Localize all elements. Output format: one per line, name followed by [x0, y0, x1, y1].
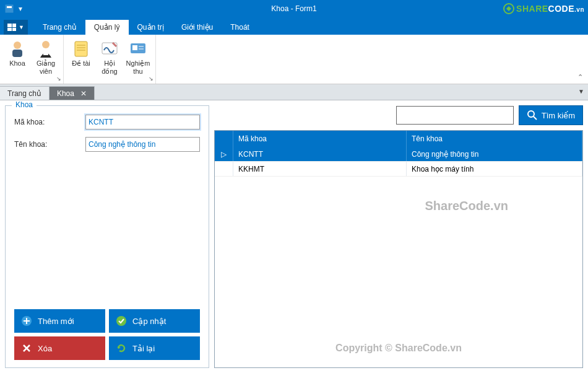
ribbon-item-giang-vien[interactable]: Giảng viên: [32, 37, 59, 76]
svg-rect-7: [75, 42, 87, 56]
cell-ten: Khoa học máy tính: [407, 162, 582, 176]
ribbon-collapse-icon[interactable]: ⌃: [577, 73, 583, 81]
svg-line-23: [534, 116, 537, 120]
grid-header: Mã khoa Tên khoa: [215, 131, 582, 147]
close-icon[interactable]: ✕: [80, 89, 87, 98]
ribbon-item-khoa[interactable]: Khoa: [4, 37, 31, 76]
ten-khoa-label: Tên khoa:: [14, 140, 85, 149]
refresh-icon: [115, 342, 128, 354]
row-indicator-header: [215, 131, 233, 147]
svg-point-22: [528, 111, 534, 117]
magnifier-icon: [527, 110, 538, 121]
cell-ma: KCNTT: [233, 147, 407, 161]
ribbon-group-2: Đề tài Hội đồng Nghiệm thu ↘: [64, 35, 156, 84]
table-row[interactable]: KKHMT Khoa học máy tính: [215, 162, 582, 177]
qat-dropdown-icon[interactable]: ▾: [17, 6, 24, 12]
form-panel: Khoa Mã khoa: Tên khoa: Thêm mới Cập nhậ…: [5, 105, 209, 368]
svg-rect-4: [12, 50, 22, 57]
x-icon: [20, 342, 33, 354]
row-indicator-icon: ▷: [215, 147, 233, 161]
ma-khoa-label: Mã khoa:: [14, 118, 85, 126]
content-area: Khoa Mã khoa: Tên khoa: Thêm mới Cập nhậ…: [0, 100, 588, 373]
ten-khoa-input[interactable]: [85, 137, 200, 152]
chevron-down-icon: ▼: [19, 24, 24, 30]
ribbon-item-de-tai[interactable]: Đề tài: [67, 37, 95, 76]
cell-ten: Công nghệ thông tin: [407, 147, 582, 161]
recycle-icon: [503, 3, 514, 14]
fieldset-legend: Khoa: [12, 100, 37, 109]
ribbon-item-nghiem-thu[interactable]: Nghiệm thu: [124, 37, 152, 76]
search-button[interactable]: Tìm kiếm: [519, 105, 583, 125]
check-icon: [115, 315, 128, 327]
window-title: Khoa - Form1: [271, 4, 316, 13]
watermark-copyright: Copyright © ShareCode.vn: [335, 343, 462, 354]
quick-access-toolbar: ▾: [17, 6, 24, 12]
document-tab-strip: Trang chủ Khoa ✕ ▼: [0, 84, 588, 100]
watermark: ShareCode.vn: [425, 199, 508, 213]
svg-rect-6: [43, 50, 48, 55]
ma-khoa-input[interactable]: [85, 115, 200, 129]
search-input[interactable]: [396, 106, 514, 125]
add-button[interactable]: Thêm mới: [14, 309, 105, 333]
doc-tab-trang-chu[interactable]: Trang chủ: [0, 86, 50, 100]
dialog-launcher-icon[interactable]: ↘: [149, 76, 153, 82]
update-button[interactable]: Cập nhật: [109, 309, 200, 333]
signature-icon: [100, 38, 119, 58]
ribbon-tab-strip: ▼ Trang chủ Quản lý Quản trị Giới thiệu …: [0, 17, 588, 35]
svg-rect-0: [6, 5, 13, 12]
grid-panel: Tìm kiếm Mã khoa Tên khoa ▷ KCNTT Công n…: [214, 105, 583, 368]
table-row[interactable]: ▷ KCNTT Công nghệ thông tin: [215, 147, 582, 162]
svg-point-3: [14, 42, 21, 49]
khoa-fieldset: Khoa Mã khoa: Tên khoa: Thêm mới Cập nhậ…: [5, 105, 209, 368]
svg-rect-1: [7, 6, 12, 8]
tab-gioi-thieu[interactable]: Giới thiệu: [173, 20, 222, 35]
tab-trang-chu[interactable]: Trang chủ: [34, 20, 85, 35]
col-header-ten-khoa[interactable]: Tên khoa: [407, 131, 582, 147]
tab-quan-tri[interactable]: Quản trị: [129, 20, 173, 35]
ribbon-item-hoi-dong[interactable]: Hội đồng: [96, 37, 123, 76]
data-grid[interactable]: Mã khoa Tên khoa ▷ KCNTT Công nghệ thông…: [214, 130, 583, 368]
dialog-launcher-icon[interactable]: ↘: [56, 76, 61, 82]
brand-logo: SHARECODE.vn: [503, 3, 584, 14]
tab-quan-ly[interactable]: Quản lý: [85, 20, 129, 35]
cell-ma: KKHMT: [233, 162, 407, 176]
doc-tabs-dropdown-icon[interactable]: ▼: [578, 88, 584, 95]
svg-point-19: [116, 316, 126, 326]
notepad-icon: [71, 38, 91, 58]
plus-icon: [20, 315, 33, 327]
title-bar: ▾ Khoa - Form1 SHARECODE.vn: [0, 0, 588, 17]
svg-rect-13: [132, 45, 137, 50]
card-icon: [128, 38, 148, 58]
person-icon: [7, 38, 27, 58]
file-menu-button[interactable]: ▼: [4, 20, 28, 35]
doc-tab-khoa[interactable]: Khoa ✕: [50, 86, 95, 100]
app-icon: [4, 3, 15, 14]
ribbon-body: Khoa Giảng viên ↘ Đề tài Hội đồng Nghiệm…: [0, 35, 588, 84]
delete-button[interactable]: Xóa: [14, 336, 105, 360]
svg-point-5: [42, 41, 50, 48]
reload-button[interactable]: Tải lại: [109, 336, 200, 360]
row-indicator: [215, 162, 233, 176]
col-header-ma-khoa[interactable]: Mã khoa: [233, 131, 407, 147]
tab-thoat[interactable]: Thoát: [222, 20, 258, 35]
ribbon-group-1: Khoa Giảng viên ↘: [0, 35, 64, 84]
teacher-icon: [36, 38, 56, 58]
